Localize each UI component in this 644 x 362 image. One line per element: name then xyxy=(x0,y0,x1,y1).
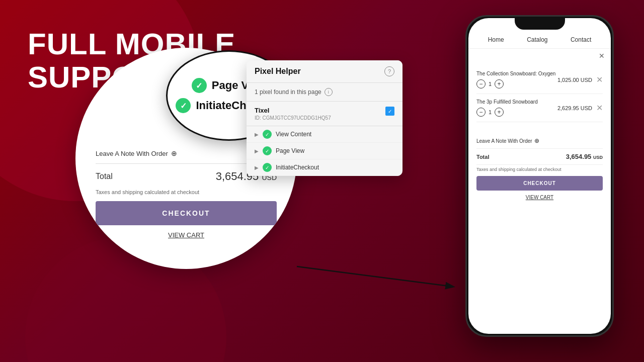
cart-item-2-price: 2,629.95 USD xyxy=(557,105,592,111)
event-arrow-pageview[interactable]: ▶ xyxy=(255,148,259,154)
cart-item-2-qty: 1 xyxy=(489,109,492,115)
cart-item-1-qty-decrease[interactable]: − xyxy=(476,79,486,88)
pageview-check-icon-ph: ✓ xyxy=(263,146,272,155)
phone-checkout-button[interactable]: CHECKOUT xyxy=(476,176,603,191)
phone-nav-home[interactable]: Home xyxy=(488,36,504,43)
cart-item-2-qty-control: − 1 + xyxy=(476,108,557,117)
initiatecheckout-check-icon-ph: ✓ xyxy=(263,163,272,172)
pixel-name: Tixel xyxy=(255,107,331,114)
cart-item-2-qty-decrease[interactable]: − xyxy=(476,108,486,117)
cart-item-2: The 3p Fulfilled Snowboard − 1 + 2,629.9… xyxy=(476,94,603,122)
cart-item-1: The Collection Snowboard: Oxygen − 1 + 1… xyxy=(476,66,603,94)
circle-note-chevron: ⊕ xyxy=(171,149,177,157)
cart-item-1-qty-control: − 1 + xyxy=(476,79,557,88)
cart-item-2-name: The 3p Fulfilled Snowboard xyxy=(476,99,557,105)
pixel-helper-subtext: 1 pixel found in this page xyxy=(255,88,321,96)
phone-notch xyxy=(515,17,565,30)
pixel-helper-title: Pixel Helper xyxy=(255,67,301,76)
phone-view-cart-link[interactable]: VIEW CART xyxy=(476,195,603,204)
pixel-id: ID: CGMJGTCC97UCDDG1HQ57 xyxy=(255,115,331,121)
initiatecheckout-check-icon: ✓ xyxy=(176,98,191,113)
phone-close-icon[interactable]: ✕ xyxy=(599,52,605,60)
event-arrow-initiatecheckout[interactable]: ▶ xyxy=(255,165,259,170)
pixel-helper-info-icon[interactable]: ? xyxy=(384,66,394,76)
cart-item-1-qty-increase[interactable]: + xyxy=(495,79,504,88)
circle-note-label: Leave A Note With Order xyxy=(96,150,168,157)
phone-note-icon: ⊕ xyxy=(534,137,539,144)
cart-item-1-qty: 1 xyxy=(489,81,492,87)
phone-screen: Home Catalog Contact ✕ The Collection Sn… xyxy=(468,18,611,334)
phone-total-label: Total xyxy=(476,154,489,160)
event-row-pageview: ▶ ✓ Page View xyxy=(247,143,403,159)
viewcontent-check-icon: ✓ xyxy=(263,130,272,139)
event-label-viewcontent: View Content xyxy=(276,131,311,138)
phone-note-row: Leave A Note With Order ⊕ xyxy=(476,133,603,149)
cart-item-2-remove[interactable]: ✕ xyxy=(596,103,603,113)
phone-total-section: Leave A Note With Order ⊕ Total 3,654.95… xyxy=(468,128,611,204)
svg-line-0 xyxy=(297,266,453,287)
phone-total-amount: 3,654.95 USD xyxy=(566,153,603,160)
pixel-helper-popup: Pixel Helper ? 1 pixel found in this pag… xyxy=(247,60,403,176)
cart-item-1-remove[interactable]: ✕ xyxy=(596,75,603,84)
event-label-pageview: Page View xyxy=(276,147,304,154)
event-arrow-viewcontent[interactable]: ▶ xyxy=(255,132,259,137)
circle-view-cart-link[interactable]: VIEW CART xyxy=(96,231,277,239)
event-row-viewcontent: ▶ ✓ View Content xyxy=(247,126,403,143)
phone-taxes-note: Taxes and shipping calculated at checkou… xyxy=(476,165,603,176)
phone-note-label: Leave A Note With Order xyxy=(476,138,532,144)
event-row-initiatecheckout: ▶ ✓ InitiateCheckout xyxy=(247,159,403,176)
event-label-initiatecheckout: InitiateCheckout xyxy=(276,164,319,171)
cart-item-1-name: The Collection Snowboard: Oxygen xyxy=(476,71,557,76)
cart-item-2-qty-increase[interactable]: + xyxy=(495,108,504,117)
pixel-helper-subinfo-icon[interactable]: i xyxy=(325,88,333,96)
phone-cart-content: The Collection Snowboard: Oxygen − 1 + 1… xyxy=(468,60,611,128)
phone-total-row: Total 3,654.95 USD xyxy=(476,149,603,165)
phone-mockup: Home Catalog Contact ✕ The Collection Sn… xyxy=(465,15,614,337)
phone-nav-contact[interactable]: Contact xyxy=(571,36,591,43)
pixel-checkbox[interactable]: ✓ xyxy=(385,107,394,116)
circle-checkout-button[interactable]: CHECKOUT xyxy=(96,201,277,225)
circle-taxes-note: Taxes and shipping calculated at checkou… xyxy=(96,189,277,201)
circle-total-label: Total xyxy=(96,172,113,181)
phone-nav-catalog[interactable]: Catalog xyxy=(527,36,547,43)
cart-item-1-price: 1,025.00 USD xyxy=(557,77,592,83)
pageview-check-icon: ✓ xyxy=(192,78,207,93)
